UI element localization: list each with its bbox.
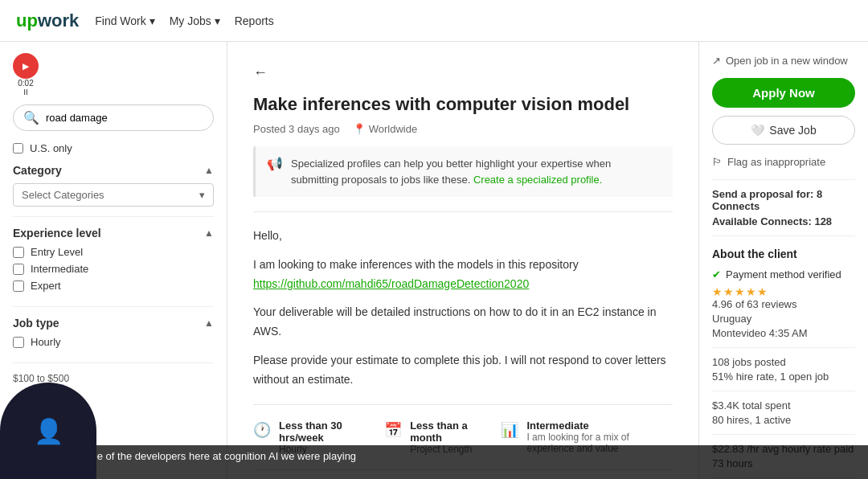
rec-badge: ▶ xyxy=(13,53,39,79)
divider-r4 xyxy=(712,391,855,391)
search-bar[interactable]: 🔍 xyxy=(13,104,214,131)
hourly-checkbox[interactable] xyxy=(13,337,24,348)
flag-icon: 🏳 xyxy=(712,156,723,168)
job-type-section: Job type ▲ Hourly xyxy=(13,317,214,363)
nav-find-work[interactable]: Find Work ▾ xyxy=(95,14,154,27)
jobs-posted: 108 jobs posted xyxy=(712,356,855,368)
divider-r1 xyxy=(712,179,855,180)
intermediate-checkbox[interactable] xyxy=(13,264,24,275)
total-spent: $3.4K total spent xyxy=(712,399,855,411)
check-icon: ✔ xyxy=(712,268,721,280)
open-window-link[interactable]: ↗ Open job in a new window xyxy=(712,55,855,67)
job-title: Make inferences with computer vision mod… xyxy=(253,94,673,115)
divider-r5 xyxy=(712,434,855,435)
payment-verified: ✔ Payment method verified xyxy=(712,268,855,280)
divider-r3 xyxy=(712,347,855,348)
divider1 xyxy=(253,211,673,212)
experience-entry: Entry Level xyxy=(13,246,214,258)
rec-pause[interactable]: ⏸ xyxy=(22,88,30,96)
chevron-up-icon: ▲ xyxy=(204,165,214,176)
available-connects: Available Connects: 128 xyxy=(712,215,855,227)
body-hello: Hello, xyxy=(253,227,673,246)
location-icon: 📍 xyxy=(353,123,366,135)
main-content: ▶ 0:02 ⏸ 🔍 U.S. only Category xyxy=(0,42,868,479)
client-section: About the client ✔ Payment method verifi… xyxy=(712,248,855,479)
experience-intermediate: Intermediate xyxy=(13,263,214,275)
job-location: 📍 Worldwide xyxy=(353,123,417,135)
expert-checkbox[interactable] xyxy=(13,280,24,292)
job-meta: Posted 3 days ago 📍 Worldwide xyxy=(253,123,673,135)
entry-level-checkbox[interactable] xyxy=(13,247,24,258)
hourly-option: Hourly xyxy=(13,336,214,348)
caption-bar: hey I'm Walden one of the developers her… xyxy=(0,445,868,479)
posted-date: Posted 3 days ago xyxy=(253,123,340,135)
connects-proposal: Send a proposal for: 8 Connects xyxy=(712,188,855,212)
chevron-up-icon2: ▲ xyxy=(204,227,214,239)
clock-icon: 🕐 xyxy=(253,421,271,439)
avatar-video: 👤 xyxy=(0,383,96,479)
body-line1: I am looking to make inferences with the… xyxy=(253,256,673,294)
right-panel: ↗ Open job in a new window Apply Now 🤍 S… xyxy=(699,42,868,479)
client-city: Montevideo 4:35 AM xyxy=(712,327,855,339)
hire-rate: 51% hire rate, 1 open job xyxy=(712,371,855,383)
client-country: Uruguay xyxy=(712,313,855,325)
recording-indicator: ▶ 0:02 ⏸ xyxy=(13,53,39,96)
us-only-checkbox[interactable] xyxy=(13,143,23,154)
heart-icon: 🤍 xyxy=(751,124,764,137)
location-text: Worldwide xyxy=(369,123,417,135)
category-title[interactable]: Category ▲ xyxy=(13,164,214,177)
flag-link[interactable]: 🏳 Flag as inappropriate xyxy=(712,156,855,168)
body-line2: Your deliverable will be detailed instru… xyxy=(253,303,673,342)
create-profile-link[interactable]: Create a specialized profile. xyxy=(473,174,602,186)
avatar-placeholder: 👤 xyxy=(0,383,96,479)
apply-button[interactable]: Apply Now xyxy=(712,78,855,108)
save-button[interactable]: 🤍 Save Job xyxy=(712,116,855,145)
job-type-title[interactable]: Job type ▲ xyxy=(13,317,214,330)
level-value: Intermediate xyxy=(526,420,673,432)
hours-value: Less than 30 hrs/week xyxy=(279,420,358,444)
experience-title[interactable]: Experience level ▲ xyxy=(13,227,214,240)
open-window-label: Open job in a new window xyxy=(726,55,848,67)
intermediate-label: Intermediate xyxy=(31,263,88,275)
divider2 xyxy=(253,404,673,405)
expert-label: Expert xyxy=(31,280,61,292)
save-label: Save Job xyxy=(769,124,816,137)
notice-icon: 📢 xyxy=(267,156,283,171)
center-panel: ← Make inferences with computer vision m… xyxy=(227,42,699,479)
category-section: Category ▲ Select Categories ▾ xyxy=(13,164,214,217)
nav-reports[interactable]: Reports xyxy=(235,14,274,27)
repo-link[interactable]: https://github.com/mahdi65/roadDamageDet… xyxy=(253,277,529,290)
nav-my-jobs[interactable]: My Jobs ▾ xyxy=(170,14,220,27)
top-bar: upwork Find Work ▾ My Jobs ▾ Reports xyxy=(0,0,868,42)
job-body: Hello, I am looking to make inferences w… xyxy=(253,227,673,390)
us-only-label: U.S. only xyxy=(30,142,72,154)
back-button[interactable]: ← xyxy=(253,64,268,81)
search-icon: 🔍 xyxy=(23,110,39,125)
entry-level-label: Entry Level xyxy=(31,246,83,258)
hourly-label: Hourly xyxy=(31,336,61,348)
notice-box: 📢 Specialized profiles can help you bett… xyxy=(253,146,673,197)
client-reviews: 4.96 of 63 reviews xyxy=(712,298,855,310)
chevron-down-icon: ▾ xyxy=(199,189,205,201)
upwork-logo: upwork xyxy=(16,10,79,31)
search-input[interactable] xyxy=(46,112,203,124)
length-value: Less than a month xyxy=(410,420,475,444)
experience-section: Experience level ▲ Entry Level Intermedi… xyxy=(13,227,214,307)
top-nav: Find Work ▾ My Jobs ▾ Reports xyxy=(95,14,273,27)
hires: 80 hires, 1 active xyxy=(712,414,855,426)
rec-label: ▶ xyxy=(23,62,29,71)
body-line3: Please provide your estimate to complete… xyxy=(253,351,673,390)
level-icon: 📊 xyxy=(501,421,518,439)
divider-r2 xyxy=(712,235,855,236)
notice-text: Specialized profiles can help you better… xyxy=(291,156,661,187)
client-stars: ★★★★★ xyxy=(712,285,855,298)
us-only-filter: U.S. only xyxy=(13,142,214,154)
rec-time: 0:02 xyxy=(18,79,33,88)
flag-label: Flag as inappropriate xyxy=(727,156,825,168)
select-categories[interactable]: Select Categories ▾ xyxy=(13,183,214,207)
chevron-up-icon3: ▲ xyxy=(204,317,214,329)
experience-expert: Expert xyxy=(13,280,214,292)
calendar-icon: 📅 xyxy=(384,421,402,439)
app-container: upwork Find Work ▾ My Jobs ▾ Reports ▶ 0… xyxy=(0,0,868,479)
external-link-icon: ↗ xyxy=(712,55,721,67)
